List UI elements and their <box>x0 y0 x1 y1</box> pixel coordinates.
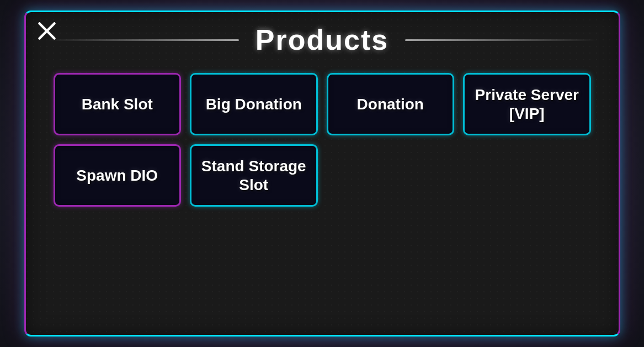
product-btn-bank-slot[interactable]: Bank Slot <box>54 73 182 135</box>
products-grid: Bank SlotBig DonationDonationPrivate Ser… <box>48 73 597 207</box>
modal-title: Products <box>239 23 405 56</box>
title-line-right <box>405 39 596 41</box>
products-modal: Products Bank SlotBig DonationDonationPr… <box>24 10 620 337</box>
title-line-left <box>48 39 239 41</box>
close-button[interactable] <box>36 20 58 42</box>
product-btn-spawn-dio[interactable]: Spawn DIO <box>54 144 182 207</box>
product-btn-donation[interactable]: Donation <box>327 73 455 135</box>
product-btn-stand-storage-slot[interactable]: Stand Storage Slot <box>190 144 318 207</box>
title-row: Products <box>48 23 597 56</box>
product-btn-private-server-vip[interactable]: Private Server [VIP] <box>463 73 591 135</box>
product-btn-big-donation[interactable]: Big Donation <box>190 73 318 135</box>
game-background: Products Bank SlotBig DonationDonationPr… <box>0 0 644 347</box>
